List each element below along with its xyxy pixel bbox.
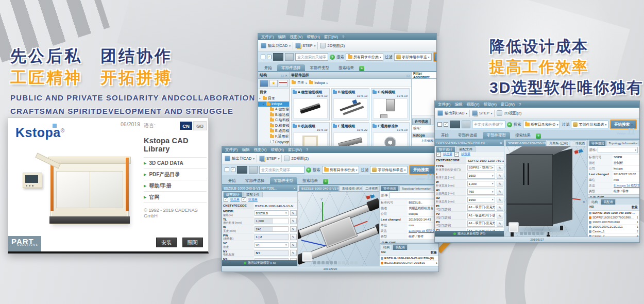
search-input[interactable] bbox=[295, 53, 328, 61]
menu-item[interactable]: 文件(F) bbox=[438, 102, 451, 107]
orientation-cube[interactable] bbox=[302, 251, 312, 262]
edit-icon[interactable]: ✎ bbox=[497, 197, 503, 203]
checkbox[interactable] bbox=[224, 197, 228, 202]
add-search-icon[interactable]: + bbox=[330, 55, 335, 60]
menu-item[interactable]: ? bbox=[519, 102, 521, 107]
filter-select[interactable]: 零部件组和单选▾ bbox=[571, 121, 608, 128]
tab-topology-info[interactable]: Topology Information bbox=[606, 140, 638, 146]
checkbox[interactable] bbox=[267, 55, 272, 59]
parameter-value[interactable]: 1990 bbox=[467, 197, 495, 203]
tab-detail-design[interactable]: 细节设计 bbox=[223, 192, 243, 197]
menu-item[interactable]: 窗口(W) bbox=[288, 147, 302, 153]
search-options-button[interactable] bbox=[285, 53, 294, 61]
menu-item[interactable]: ? bbox=[306, 147, 308, 153]
tab-structure[interactable]: 结构 bbox=[381, 244, 392, 250]
search-input[interactable] bbox=[259, 166, 304, 174]
checkbox[interactable] bbox=[436, 152, 441, 157]
start-search-button[interactable]: 开始搜索▾ bbox=[433, 52, 436, 62]
viewer-tab-model[interactable]: BSZSLB-1000-240-S-V1-NY-T20L... bbox=[299, 185, 339, 191]
edit-icon[interactable]: ✎ bbox=[497, 221, 503, 227]
parameter-value[interactable]: SDPR2 - 双开门 bbox=[467, 165, 495, 171]
2d-view-button[interactable]: 2D视图(2) bbox=[284, 156, 309, 161]
search-mode-button[interactable] bbox=[237, 166, 247, 174]
tree-item[interactable]: Copyright bbox=[258, 139, 289, 145]
search-mode-button[interactable] bbox=[273, 53, 283, 61]
add-search-icon[interactable]: + bbox=[306, 167, 311, 173]
parameter-value[interactable]: 760 bbox=[467, 189, 495, 195]
edit-icon[interactable]: ✎ bbox=[290, 226, 297, 232]
checkbox[interactable] bbox=[261, 55, 265, 59]
tree-expander-icon[interactable] bbox=[259, 97, 262, 100]
parameter-value[interactable]: A1 - 钣金双开门-玻璃 bbox=[467, 213, 495, 219]
filter-select[interactable]: 零部件组和单选▾ bbox=[370, 166, 408, 174]
menu-item[interactable]: 视图(V) bbox=[290, 35, 303, 40]
tab-part-variation[interactable]: 零部件变型 bbox=[483, 132, 511, 139]
dock-icon[interactable]: ◱ bbox=[281, 74, 284, 77]
tab-search-results[interactable]: 搜索结果 bbox=[334, 64, 358, 71]
export-to-cad-button[interactable]: 输出到CAD▾ bbox=[261, 43, 291, 48]
filter-select[interactable]: 零部件组和单选▾ bbox=[394, 53, 432, 61]
menu-item[interactable]: 视图(V) bbox=[254, 147, 267, 153]
tab-assembly-list[interactable]: 装配表 bbox=[601, 199, 616, 205]
breadcrumb-root[interactable]: 目录 bbox=[297, 80, 304, 85]
favorites-button[interactable]: ★ bbox=[269, 80, 278, 87]
step-format-button[interactable]: STEP▾ bbox=[472, 110, 492, 116]
edit-icon[interactable]: ✎ bbox=[290, 234, 297, 240]
part-tab[interactable]: BSZSLB-1000-240-S-V1-NY-T20L...✕ bbox=[222, 185, 297, 191]
menu-item[interactable]: 窗口(W) bbox=[324, 35, 338, 40]
assembly-row[interactable]: BSZSLB\1000S\240\T20\1B1S 1 bbox=[380, 261, 438, 265]
link-total[interactable]: 以总量 bbox=[230, 197, 240, 202]
tab-structure[interactable]: 结构 bbox=[589, 199, 600, 205]
search-mode-button[interactable] bbox=[450, 121, 460, 128]
tab-part-info[interactable]: 零件信息 bbox=[589, 140, 606, 146]
edit-icon[interactable]: ✎ bbox=[497, 173, 503, 179]
menu-item[interactable]: 帮助(H) bbox=[484, 102, 497, 107]
tab-search-results[interactable]: 搜索结果 bbox=[298, 177, 322, 184]
tree-item[interactable]: D.机架模组 bbox=[258, 123, 289, 129]
tab-part-selection[interactable]: 零部件选择 bbox=[241, 177, 269, 184]
menu-item[interactable]: 视图(V) bbox=[467, 102, 480, 107]
tree-item[interactable]: kstopa bbox=[258, 102, 289, 107]
tab-assembly-doc[interactable]: 装配文件 bbox=[243, 192, 263, 197]
tab-detail-design[interactable]: 细节设计 bbox=[436, 146, 455, 152]
tab-start[interactable]: 开始 bbox=[260, 64, 276, 71]
viewer-tab-existing[interactable]: 开关柜 (已有) bbox=[547, 140, 569, 146]
tab-search-results[interactable]: 搜索结果 bbox=[511, 132, 535, 139]
tab-start[interactable]: 开始 bbox=[437, 132, 453, 139]
language-cn-button[interactable]: CN bbox=[180, 122, 192, 130]
update-model-bar[interactable]: 激活以更新模型 (F5) bbox=[222, 260, 297, 266]
new-tab-button[interactable]: + bbox=[359, 66, 364, 71]
export-to-cad-button[interactable]: 输出到CAD▾ bbox=[437, 110, 467, 116]
viewer-tab-2d[interactable]: 二维视图 bbox=[570, 140, 587, 146]
part-tab[interactable]: SDPR2-1600-1200-760-1990 eU...✕ bbox=[435, 140, 504, 146]
search-options-button[interactable] bbox=[249, 166, 258, 174]
tab-part-selection[interactable]: 零部件选择 bbox=[454, 132, 482, 139]
parameter-value[interactable]: 1 | 2 bbox=[255, 234, 289, 240]
edit-icon[interactable]: ✎ bbox=[290, 250, 297, 256]
catalog-select[interactable]: 所有目录和分类▾ bbox=[322, 166, 360, 174]
menu-item[interactable]: 文件(F) bbox=[225, 147, 238, 153]
2d-view-button[interactable]: 2D视图(2) bbox=[320, 43, 345, 48]
link-total[interactable]: 以总量 bbox=[443, 152, 452, 157]
part-card[interactable]: C.给料模组 19-6-19 bbox=[371, 88, 410, 121]
edit-icon[interactable]: ✎ bbox=[497, 213, 503, 219]
parameter-value[interactable]: BSZSLB bbox=[255, 210, 289, 216]
menu-item[interactable]: 窗口(W) bbox=[501, 102, 515, 107]
menu-item[interactable]: 编辑 bbox=[455, 102, 463, 107]
add-search-icon[interactable]: + bbox=[507, 122, 512, 127]
tree-item[interactable]: E.通用模组 bbox=[258, 128, 289, 134]
dialog-menu-item[interactable]: ▶ 3D CAD DATA bbox=[144, 157, 207, 168]
parameter-value[interactable]: 1,200 bbox=[467, 181, 495, 187]
dock-icon[interactable]: ◱ bbox=[406, 74, 410, 77]
assembly-row[interactable]: SDPR2-1600-1200-760-1990-A1A3A1A1 A1A3A.… bbox=[588, 211, 639, 215]
tab-assembly-list[interactable]: 装配表 bbox=[393, 244, 408, 250]
start-search-button[interactable]: 开始搜索▾ bbox=[409, 165, 436, 175]
viewport-3d[interactable]: X Z bbox=[504, 146, 587, 237]
parameter-value[interactable]: A1 - 双开门-亚克力 bbox=[467, 205, 495, 211]
link-preview[interactable]: 以预量 bbox=[248, 197, 258, 202]
breadcrumb-node[interactable]: kstopa bbox=[315, 81, 325, 85]
checkbox[interactable] bbox=[437, 122, 442, 127]
edit-icon[interactable]: ✎ bbox=[497, 181, 503, 187]
checkbox[interactable] bbox=[454, 152, 459, 157]
catalog-select[interactable]: 所有目录和分类▾ bbox=[523, 121, 561, 128]
